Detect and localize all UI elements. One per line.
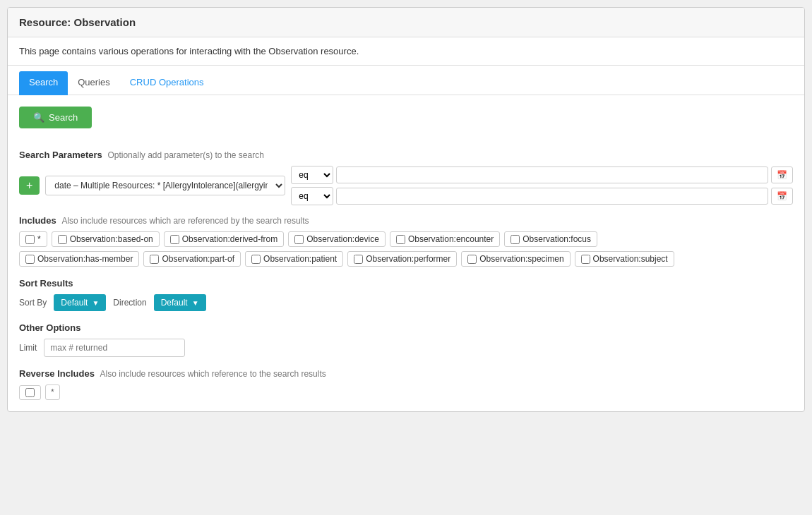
include-has-member-label: Observation:has-member [37, 254, 133, 264]
sort-title: Sort Results [19, 278, 793, 289]
include-patient-checkbox[interactable] [251, 255, 261, 264]
include-specimen-checkbox[interactable] [467, 255, 477, 264]
include-derived-from[interactable]: Observation:derived-from [164, 231, 284, 247]
date-input-2[interactable] [336, 188, 768, 205]
include-performer-label: Observation:performer [366, 254, 450, 264]
calendar-button-2[interactable]: 📅 [771, 188, 793, 205]
sort-by-arrow-icon: ▼ [92, 299, 99, 307]
tab-crud[interactable]: CRUD Operations [120, 71, 214, 95]
includes-row-1: * Observation:based-on Observation:deriv… [19, 231, 793, 247]
reverse-row: * [19, 384, 793, 400]
sort-by-label: Sort By [19, 298, 47, 308]
include-specimen-label: Observation:specimen [479, 254, 563, 264]
include-derived-from-checkbox[interactable] [170, 235, 179, 244]
sort-section: Sort Results Sort By Default ▼ Direction… [19, 278, 793, 311]
reverse-star-box: * [45, 384, 60, 400]
include-based-on[interactable]: Observation:based-on [52, 231, 160, 247]
main-card: Resource: Observation This page contains… [7, 7, 805, 412]
include-patient-label: Observation:patient [263, 254, 337, 264]
date-row-2: eq ne lt gt le ge 📅 [291, 187, 793, 205]
reverse-includes-title: Reverse Includes Also include resources … [19, 368, 793, 379]
sort-by-dropdown[interactable]: Default ▼ [54, 294, 106, 311]
search-params-title: Search Parameters Optionally add paramet… [19, 150, 793, 160]
reverse-include-all-checkbox[interactable] [25, 388, 35, 397]
include-device-checkbox[interactable] [294, 235, 304, 244]
include-encounter[interactable]: Observation:encounter [390, 231, 500, 247]
resource-title: Resource: Observation [19, 16, 793, 28]
include-focus[interactable]: Observation:focus [504, 231, 597, 247]
direction-arrow-icon: ▼ [192, 299, 199, 307]
include-part-of-checkbox[interactable] [150, 255, 159, 264]
include-focus-label: Observation:focus [523, 234, 591, 244]
include-specimen[interactable]: Observation:specimen [461, 251, 570, 267]
include-has-member-checkbox[interactable] [25, 255, 35, 264]
include-has-member[interactable]: Observation:has-member [19, 251, 139, 267]
include-star-label: * [37, 234, 41, 244]
include-encounter-checkbox[interactable] [396, 235, 405, 244]
include-checkbox-all[interactable]: * [19, 231, 47, 247]
include-device-label: Observation:device [306, 234, 379, 244]
limit-label: Limit [19, 343, 37, 353]
includes-title: Includes Also include resources which ar… [19, 215, 793, 226]
params-row: + date – Multiple Resources: * [AllergyI… [19, 166, 793, 205]
calendar-button-1[interactable]: 📅 [771, 166, 793, 183]
include-part-of[interactable]: Observation:part-of [143, 251, 241, 267]
include-subject-label: Observation:subject [593, 254, 668, 264]
limit-input[interactable] [44, 339, 185, 357]
tab-queries[interactable]: Queries [68, 71, 120, 95]
includes-section: Includes Also include resources which ar… [19, 215, 793, 267]
reverse-includes-section: Reverse Includes Also include resources … [19, 368, 793, 400]
other-options-section: Other Options Limit [19, 322, 793, 357]
reverse-include-all[interactable] [19, 385, 41, 400]
search-button[interactable]: 🔍 Search [19, 107, 92, 128]
includes-row-2: Observation:has-member Observation:part-… [19, 251, 793, 267]
main-content: 🔍 Search Search Parameters Optionally ad… [8, 95, 804, 411]
tab-search[interactable]: Search [19, 71, 68, 95]
include-device[interactable]: Observation:device [288, 231, 386, 247]
include-focus-checkbox[interactable] [511, 235, 520, 244]
include-subject[interactable]: Observation:subject [575, 251, 674, 267]
tabs-bar: Search Queries CRUD Operations [8, 66, 804, 95]
include-part-of-label: Observation:part-of [162, 254, 234, 264]
search-button-label: Search [49, 112, 78, 123]
include-encounter-label: Observation:encounter [408, 234, 494, 244]
sort-row: Sort By Default ▼ Direction Default ▼ [19, 294, 793, 311]
date-controls: eq ne lt gt le ge 📅 eq ne [291, 166, 793, 205]
include-performer[interactable]: Observation:performer [347, 251, 457, 267]
include-based-on-checkbox[interactable] [58, 235, 67, 244]
other-options-title: Other Options [19, 322, 793, 333]
include-performer-checkbox[interactable] [354, 255, 363, 264]
direction-dropdown[interactable]: Default ▼ [154, 294, 206, 311]
include-based-on-label: Observation:based-on [70, 234, 153, 244]
limit-row: Limit [19, 339, 793, 357]
include-patient[interactable]: Observation:patient [245, 251, 343, 267]
direction-value: Default [161, 298, 188, 308]
add-param-button[interactable]: + [19, 176, 40, 195]
date-row-1: eq ne lt gt le ge 📅 [291, 166, 793, 184]
search-icon: 🔍 [33, 112, 44, 123]
direction-label: Direction [113, 298, 146, 308]
eq-select-1[interactable]: eq ne lt gt le ge [291, 166, 333, 184]
resource-header: Resource: Observation [8, 8, 804, 37]
eq-select-2[interactable]: eq ne lt gt le ge [291, 187, 333, 205]
include-all-checkbox[interactable] [25, 235, 35, 244]
sort-by-value: Default [61, 298, 88, 308]
date-input-1[interactable] [336, 166, 768, 183]
include-derived-from-label: Observation:derived-from [182, 234, 277, 244]
include-subject-checkbox[interactable] [581, 255, 590, 264]
description-text: This page contains various operations fo… [19, 46, 793, 56]
description-section: This page contains various operations fo… [8, 37, 804, 66]
search-params-section: Search Parameters Optionally add paramet… [19, 150, 793, 205]
param-type-select[interactable]: date – Multiple Resources: * [AllergyInt… [45, 176, 285, 195]
